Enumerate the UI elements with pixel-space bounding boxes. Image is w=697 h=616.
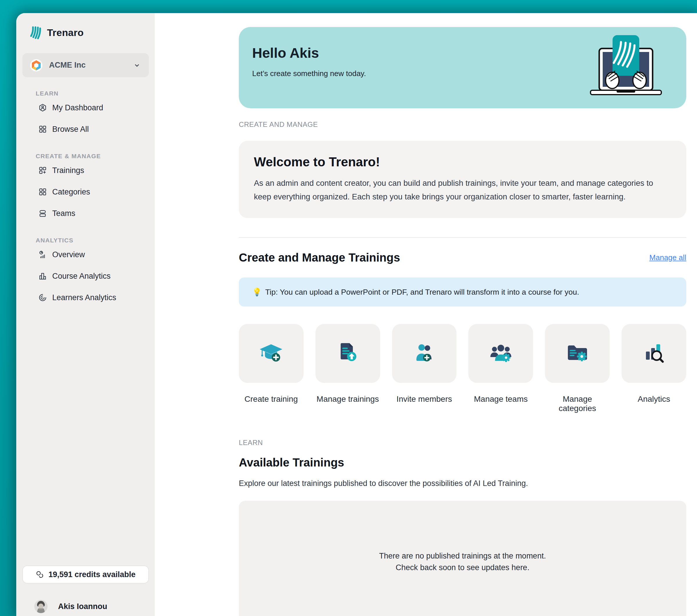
sidebar-item-label: Categories — [52, 188, 90, 196]
trenaro-logo-icon — [29, 25, 42, 40]
credits-label: 19,591 credits available — [48, 570, 135, 579]
spiral-target-icon — [38, 293, 47, 302]
sidebar-spacer — [16, 308, 155, 566]
sidebar: Trenaro ACME Inc LEARN — [16, 13, 155, 616]
credits-button[interactable]: 19,591 credits available — [23, 566, 149, 584]
available-trainings-title: Available Trainings — [239, 456, 686, 469]
empty-state-line2: Check back soon to see updates here. — [396, 562, 530, 573]
sidebar-item-learners-analytics[interactable]: Learners Analytics — [36, 287, 155, 308]
user-menu[interactable]: Akis Ioannou — [34, 600, 155, 613]
action-label: Manage teams — [468, 395, 533, 404]
manage-all-link[interactable]: Manage all — [649, 253, 686, 262]
team-gear-icon — [486, 338, 515, 369]
grid-plus-icon — [38, 166, 47, 175]
sidebar-item-label: Course Analytics — [52, 272, 110, 281]
brand-name: Trenaro — [47, 27, 84, 38]
sidebar-item-label: Browse All — [52, 125, 89, 134]
action-label: Manage trainings — [315, 395, 380, 404]
action-label: Create training — [239, 395, 303, 404]
action-label: Invite members — [392, 395, 457, 404]
tip-text: Tip: You can upload a PowerPoint or PDF,… — [265, 288, 579, 297]
action-label: Analytics — [622, 395, 686, 404]
org-name: ACME Inc — [49, 61, 133, 70]
folder-gear-icon — [563, 338, 592, 369]
bar-chart-magnifier-icon — [640, 338, 669, 369]
user-badge-icon — [38, 103, 47, 112]
app-window: Trenaro ACME Inc LEARN — [16, 13, 697, 616]
sidebar-item-label: My Dashboard — [52, 103, 103, 112]
main-content: Hello Akis Let’s create something new to… — [155, 13, 697, 616]
manage-teams-card[interactable]: Manage teams — [468, 324, 533, 413]
sidebar-item-course-analytics[interactable]: Course Analytics — [36, 265, 155, 287]
sidebar-item-categories[interactable]: Categories — [36, 181, 155, 203]
nav-section-analytics: ANALYTICS — [36, 237, 155, 244]
pie-bars-icon — [38, 250, 47, 259]
stacked-rows-icon — [38, 209, 47, 218]
sidebar-item-label: Teams — [52, 209, 75, 218]
welcome-card: Welcome to Trenaro! As an admin and cont… — [239, 141, 686, 218]
lightbulb-icon: 💡 — [252, 288, 262, 297]
create-training-card[interactable]: Create training — [239, 324, 303, 413]
empty-state-line1: There are no published trainings at the … — [379, 550, 546, 562]
sidebar-item-trainings[interactable]: Trainings — [36, 160, 155, 181]
create-manage-eyebrow: CREATE AND MANAGE — [239, 120, 686, 129]
sidebar-item-label: Learners Analytics — [52, 293, 116, 302]
bar-chart-icon — [38, 272, 47, 280]
sidebar-item-overview[interactable]: Overview — [36, 244, 155, 265]
manage-categories-card[interactable]: Manage categories — [545, 324, 610, 413]
nav-section-learn: LEARN — [36, 90, 155, 97]
section-title-create-manage-trainings: Create and Manage Trainings — [239, 251, 400, 264]
avatar — [34, 600, 48, 613]
available-trainings-subtitle: Explore our latest trainings published t… — [239, 479, 686, 488]
sidebar-nav: LEARN My Dashboard Browse All — [16, 77, 155, 308]
invite-members-card[interactable]: Invite members — [392, 324, 457, 413]
quick-actions-row: Create training Manage trainings — [239, 324, 686, 413]
laptop-hands-illustration — [582, 34, 669, 102]
nav-section-create-manage: CREATE & MANAGE — [36, 153, 155, 160]
org-switcher[interactable]: ACME Inc — [23, 53, 149, 77]
hero-banner: Hello Akis Let’s create something new to… — [239, 27, 686, 108]
sidebar-item-label: Overview — [52, 250, 85, 259]
sidebar-item-browse-all[interactable]: Browse All — [36, 118, 155, 140]
document-upload-icon — [333, 338, 362, 369]
action-label: Manage categories — [545, 395, 610, 413]
learn-eyebrow: LEARN — [239, 439, 686, 447]
grid-icon — [38, 188, 47, 196]
graduation-cap-plus-icon — [256, 338, 285, 369]
sidebar-item-teams[interactable]: Teams — [36, 203, 155, 224]
grid-icon — [38, 125, 47, 133]
sidebar-item-my-dashboard[interactable]: My Dashboard — [36, 97, 155, 118]
welcome-body: As an admin and content creator, you can… — [254, 176, 671, 204]
chevron-down-icon — [133, 61, 141, 69]
analytics-card[interactable]: Analytics — [622, 324, 686, 413]
welcome-title: Welcome to Trenaro! — [254, 155, 671, 169]
brand-logo: Trenaro — [29, 25, 155, 40]
user-name: Akis Ioannou — [58, 602, 107, 611]
empty-trainings-state: There are no published trainings at the … — [239, 501, 686, 616]
acme-hexagon-logo — [30, 59, 43, 72]
tip-banner: 💡 Tip: You can upload a PowerPoint or PD… — [239, 278, 686, 307]
manage-trainings-card[interactable]: Manage trainings — [315, 324, 380, 413]
section-divider — [239, 237, 686, 238]
sidebar-item-label: Trainings — [52, 166, 84, 175]
user-add-icon — [410, 338, 439, 369]
coins-icon — [36, 570, 44, 578]
